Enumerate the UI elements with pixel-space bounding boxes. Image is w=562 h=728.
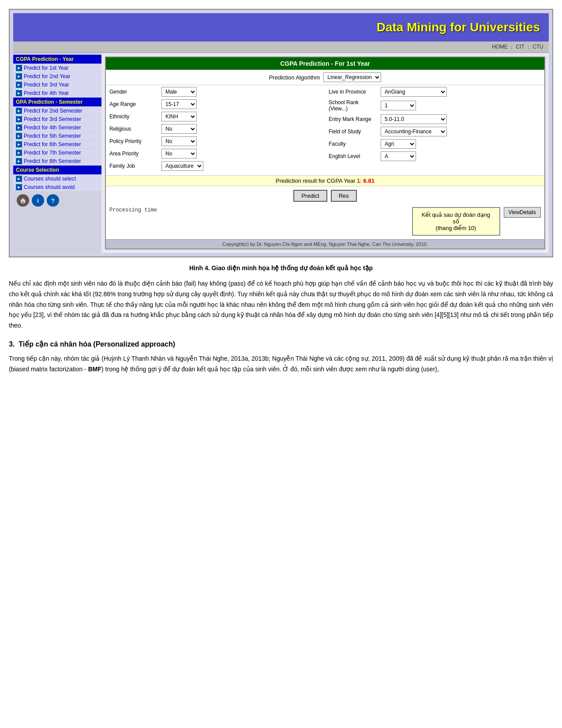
- field-of-study-label: Field of Study: [329, 128, 377, 135]
- prediction-title: CGPA Prediction - For 1st Year: [106, 57, 544, 70]
- religious-label: Religious: [109, 126, 158, 132]
- sidebar-item-label: Predict for 4th Semester: [24, 124, 81, 131]
- sidebar-item-predict-7th-sem[interactable]: ► Predict for 7th Semester: [13, 149, 101, 157]
- sidebar-item-courses-select[interactable]: ► Courses should select: [13, 175, 101, 183]
- family-job-label: Family Job: [109, 163, 158, 169]
- result-value: 6.81: [363, 177, 375, 184]
- faculty-row: Faculty Agri: [329, 139, 541, 149]
- help-icon[interactable]: ?: [47, 194, 59, 207]
- sidebar-item-predict-8th-sem[interactable]: ► Predict for 8th Semester: [13, 157, 101, 165]
- home-icon[interactable]: 🏠: [17, 194, 29, 207]
- algo-label: Prediction Algorithm: [269, 74, 320, 81]
- arrow-icon: ►: [16, 141, 22, 147]
- policy-label: Policy Priority: [109, 138, 158, 144]
- province-row: Live in Province AnGiang: [329, 87, 541, 97]
- header-banner: Data Mining for Universities: [13, 13, 549, 41]
- ethnicity-label: Ethnicity: [109, 113, 158, 120]
- form-left: Gender MaleFemale Age Range 15-1718-20: [106, 85, 325, 175]
- form-grid: Gender MaleFemale Age Range 15-1718-20: [106, 85, 544, 175]
- sidebar-item-label: Predict for 6th Semester: [24, 141, 81, 147]
- arrow-icon: ►: [16, 108, 22, 114]
- processing-text: Processing time: [109, 207, 408, 213]
- algo-select[interactable]: Linear_Regression: [323, 72, 381, 82]
- result-bar: Prediction result for CGPA Year 1: 6.81: [106, 175, 544, 186]
- sidebar-item-predict-4th-year[interactable]: ► Predict for 4th Year: [13, 89, 101, 97]
- nav-bar: HOME ： CIT ： CTU: [13, 41, 549, 53]
- sidebar-section-course: Course Selection: [13, 166, 101, 174]
- sidebar-item-label: Predict for 3rd Semester: [24, 116, 81, 122]
- sidebar-item-predict-3rd-year[interactable]: ► Predict for 3rd Year: [13, 81, 101, 89]
- faculty-select[interactable]: Agri: [381, 139, 416, 149]
- arrow-icon: ►: [16, 124, 22, 131]
- arrow-icon: ►: [16, 82, 22, 88]
- family-job-select[interactable]: Aquaculture: [161, 161, 203, 171]
- sidebar-item-courses-avoid[interactable]: ► Courses should avoid: [13, 183, 101, 191]
- area-select[interactable]: NoYes: [161, 149, 197, 158]
- arrow-icon: ►: [16, 90, 22, 96]
- sidebar-item-predict-3rd-sem[interactable]: ► Predict for 3rd Semester: [13, 115, 101, 123]
- gender-select[interactable]: MaleFemale: [161, 87, 197, 97]
- ethnicity-row: Ethnicity KINH: [109, 112, 322, 121]
- main-layout: CGPA Prediction - Year ► Predict for 1st…: [13, 53, 549, 253]
- sidebar-item-predict-5th-sem[interactable]: ► Predict for 5th Semester: [13, 132, 101, 140]
- area-label: Area Priority: [109, 151, 158, 157]
- policy-select[interactable]: NoYes: [161, 136, 197, 146]
- sidebar-item-label: Predict for 2nd Year: [24, 73, 70, 79]
- gender-row: Gender MaleFemale: [109, 87, 322, 97]
- english-level-row: English Level ABC: [329, 151, 541, 161]
- english-level-select[interactable]: ABC: [381, 151, 416, 161]
- prediction-box: CGPA Prediction - For 1st Year Predictio…: [105, 57, 545, 249]
- arrow-icon: ►: [16, 176, 22, 182]
- field-of-study-row: Field of Study Accounting-Finance: [329, 127, 541, 136]
- sidebar-item-label: Predict for 3rd Year: [24, 82, 69, 88]
- arrow-icon: ►: [16, 65, 22, 71]
- buttons-row: Predict Res: [106, 186, 544, 205]
- sidebar-item-predict-1st-year[interactable]: ► Predict for 1st Year: [13, 64, 101, 72]
- sidebar-item-predict-2nd-sem[interactable]: ► Predict for 2nd Semester: [13, 107, 101, 115]
- entry-mark-label: Entry Mark Range: [329, 116, 377, 122]
- religious-select[interactable]: NoYes: [161, 124, 197, 134]
- tooltip-line2: (thang điểm 10): [420, 225, 492, 231]
- view-details-button[interactable]: ViewDetails: [504, 207, 541, 218]
- paragraph-1: Nếu chỉ xác định một sinh viên nào đó là…: [9, 279, 553, 331]
- age-range-row: Age Range 15-1718-20: [109, 99, 322, 109]
- school-rank-row: School Rank (View...) 123: [329, 99, 541, 112]
- sidebar: CGPA Prediction - Year ► Predict for 1st…: [13, 53, 101, 253]
- area-row: Area Priority NoYes: [109, 149, 322, 158]
- arrow-icon: ►: [16, 184, 22, 190]
- breadcrumb: HOME ： CIT ： CTU: [492, 44, 543, 50]
- content-area: CGPA Prediction - For 1st Year Predictio…: [101, 53, 549, 253]
- app-container: Data Mining for Universities HOME ： CIT …: [9, 9, 553, 257]
- faculty-label: Faculty: [329, 141, 377, 147]
- age-range-select[interactable]: 15-1718-20: [161, 99, 197, 109]
- ethnicity-select[interactable]: KINH: [161, 112, 197, 121]
- app-title: Data Mining for Universities: [377, 20, 540, 34]
- age-range-label: Age Range: [109, 101, 158, 107]
- figure-caption: Hình 4. Giao diện minh họa hệ thống dự đ…: [9, 264, 553, 272]
- sidebar-item-label: Predict for 4th Year: [24, 90, 69, 96]
- result-label: Prediction result for CGPA Year 1:: [276, 177, 362, 184]
- school-rank-select[interactable]: 123: [381, 101, 416, 110]
- info-icon[interactable]: i: [32, 194, 44, 207]
- predict-button[interactable]: Predict: [293, 190, 327, 202]
- sidebar-icons-row: 🏠 i ?: [13, 192, 101, 209]
- sidebar-item-label: Courses should avoid: [24, 184, 75, 190]
- english-level-label: English Level: [329, 153, 377, 159]
- processing-row: Processing time Kết quả sau dự đoán dạng…: [106, 205, 544, 239]
- sidebar-item-label: Predict for 8th Semester: [24, 158, 81, 164]
- sidebar-item-predict-6th-sem[interactable]: ► Predict for 6th Semester: [13, 140, 101, 148]
- arrow-icon: ►: [16, 158, 22, 164]
- sidebar-item-predict-2nd-year[interactable]: ► Predict for 2nd Year: [13, 72, 101, 80]
- arrow-icon: ►: [16, 73, 22, 79]
- arrow-icon: ►: [16, 150, 22, 156]
- sidebar-section-cgpa-year: CGPA Prediction - Year: [13, 55, 101, 64]
- algo-row: Prediction Algorithm Linear_Regression: [106, 70, 544, 85]
- province-select[interactable]: AnGiang: [381, 87, 447, 97]
- sidebar-item-label: Predict for 5th Semester: [24, 133, 81, 139]
- entry-mark-select[interactable]: 5.0-11.0: [381, 114, 447, 124]
- reset-button[interactable]: Res: [331, 190, 357, 202]
- sidebar-item-label: Predict for 2nd Semester: [24, 108, 82, 114]
- sidebar-item-label: Courses should select: [24, 176, 76, 182]
- sidebar-item-predict-4th-sem[interactable]: ► Predict for 4th Semester: [13, 124, 101, 132]
- field-of-study-select[interactable]: Accounting-Finance: [381, 127, 447, 136]
